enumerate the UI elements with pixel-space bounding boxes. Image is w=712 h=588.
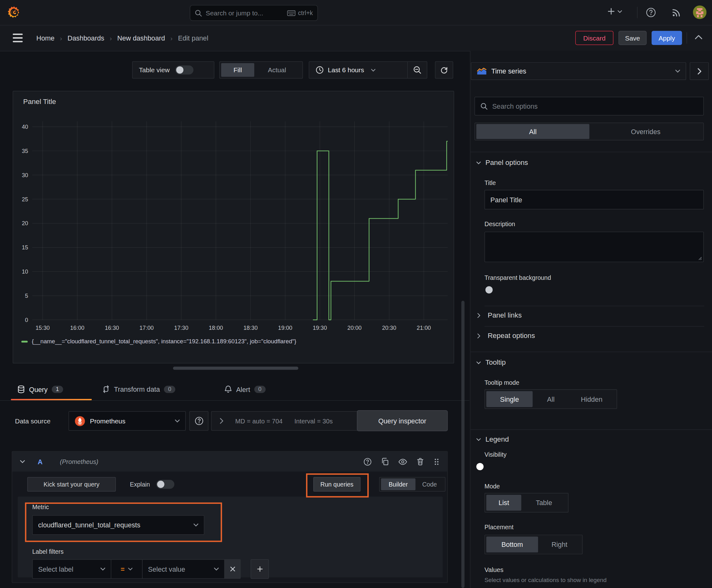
zoom-out-button[interactable] [408,62,427,78]
label-filters-label: Label filters [33,548,64,555]
options-search-placeholder: Search options [492,102,538,110]
run-queries-button[interactable]: Run queries [313,477,360,491]
tooltip-mode-single[interactable]: Single [486,391,533,407]
chevron-right-icon [477,313,480,318]
svg-text:19:30: 19:30 [313,325,327,331]
select-label-dropdown[interactable]: Select label [33,560,111,579]
metric-select[interactable]: cloudflared_tunnel_total_requests [33,515,204,534]
query-ref-id: A [38,458,43,465]
avatar[interactable] [693,5,706,19]
section-legend[interactable]: Legend [476,435,509,443]
explain-toggle[interactable] [156,480,175,489]
plus-icon [256,566,263,573]
datasource-help-button[interactable] [189,411,209,430]
section-repeat-options-label: Repeat options [488,332,535,340]
time-series-chart[interactable]: 051015202530354015:3016:0016:3017:0017:3… [13,91,454,363]
pane-resize-handle[interactable] [173,366,298,370]
options-search-input[interactable]: Search options [474,97,704,115]
timeseries-viz-icon [477,67,487,75]
legend-placement-bottom[interactable]: Bottom [486,537,538,552]
save-button[interactable]: Save [619,31,647,45]
add-filter-button[interactable] [251,560,269,579]
legend-placement-segmented: Bottom Right [484,534,582,554]
help-button[interactable] [646,7,656,18]
operator-dropdown[interactable]: = [111,560,143,579]
tab-all[interactable]: All [476,124,589,139]
visualization-picker[interactable]: Time series [471,62,686,80]
svg-text:5: 5 [25,293,28,299]
breadcrumb-home[interactable]: Home [37,34,55,42]
breadcrumb-dashboards[interactable]: Dashboards [67,34,104,42]
legend-placement-right[interactable]: Right [538,537,581,552]
svg-text:30: 30 [22,172,28,178]
hamburger-menu-icon[interactable] [13,33,24,43]
remove-filter-button[interactable] [224,560,241,579]
viz-picker-label: Time series [491,67,671,75]
svg-text:18:00: 18:00 [209,325,223,331]
builder-code-segmented: Builder Code [379,477,446,491]
legend-mode-list[interactable]: List [486,495,521,511]
tooltip-mode-hidden[interactable]: Hidden [569,391,614,407]
topbar-divider [637,7,637,18]
query-datasource-hint: (Prometheus) [60,458,99,465]
caret-down-icon[interactable] [20,460,25,464]
actual-option[interactable]: Actual [254,63,300,77]
select-value-dropdown[interactable]: Select value [142,560,225,579]
datasource-picker[interactable]: Prometheus [68,411,186,430]
disable-query-eye-icon[interactable] [398,458,407,465]
options-scope-tabs: All Overrides [474,123,704,141]
query-count-badge: 1 [52,386,63,393]
tab-query[interactable]: Query 1 [17,385,63,394]
viz-suggestions-button[interactable] [690,62,709,80]
section-tooltip[interactable]: Tooltip [476,358,506,366]
builder-option[interactable]: Builder [381,478,416,490]
database-icon [17,385,25,394]
news-rss-button[interactable] [671,8,681,17]
select-label-placeholder: Select label [38,565,100,573]
delete-query-trash-icon[interactable] [416,458,424,466]
duplicate-query-icon[interactable] [381,458,389,466]
description-label: Description [484,221,515,228]
refresh-button[interactable] [435,61,453,79]
breadcrumb-new-dashboard[interactable]: New dashboard [117,34,165,42]
query-inspector-button[interactable]: Query inspector [357,410,448,431]
table-view-toggle[interactable] [175,65,193,75]
tab-transform-data[interactable]: Transform data 0 [102,385,175,393]
time-range-picker[interactable]: Last 6 hours [309,62,407,78]
section-panel-options[interactable]: Panel options [476,159,528,167]
discard-button[interactable]: Discard [576,31,613,45]
breadcrumb-edit-panel: Edit panel [178,34,209,42]
add-menu-button[interactable] [607,7,622,15]
global-search-input[interactable]: Search or jump to... ctrl+k [190,5,318,21]
section-repeat-options[interactable]: Repeat options [477,332,535,340]
tab-overrides[interactable]: Overrides [589,124,702,139]
chevron-right-icon: › [60,34,62,41]
chevron-right-icon [220,418,223,424]
chart-legend[interactable]: {__name__="cloudflared_tunnel_total_requ… [21,338,296,345]
panel-title-input[interactable] [484,190,704,210]
svg-text:20:30: 20:30 [382,325,396,331]
description-textarea[interactable] [484,232,704,262]
select-value-placeholder: Select value [148,565,214,573]
fill-option[interactable]: Fill [221,63,254,77]
vertical-scrollbar[interactable] [461,301,465,588]
query-help-icon[interactable] [363,457,372,466]
svg-text:25: 25 [22,196,28,203]
collapse-header-button[interactable] [695,35,703,40]
drag-handle-grip-icon[interactable] [433,458,440,465]
resize-handle-icon[interactable] [697,256,702,260]
grafana-logo-icon[interactable] [7,5,21,19]
code-option[interactable]: Code [415,478,444,490]
kick-start-query-button[interactable]: Kick start your query [27,477,116,491]
apply-button[interactable]: Apply [652,31,682,45]
tooltip-mode-all[interactable]: All [533,391,569,407]
query-row-header[interactable]: A (Prometheus) [12,452,447,472]
legend-mode-table[interactable]: Table [521,495,567,511]
time-range-label: Last 6 hours [328,66,364,74]
section-panel-links[interactable]: Panel links [477,311,522,319]
transform-icon [102,385,110,393]
svg-text:20: 20 [22,220,28,227]
svg-text:19:00: 19:00 [278,325,292,331]
caret-down-icon [476,361,481,364]
tab-alert[interactable]: Alert 0 [224,385,265,394]
